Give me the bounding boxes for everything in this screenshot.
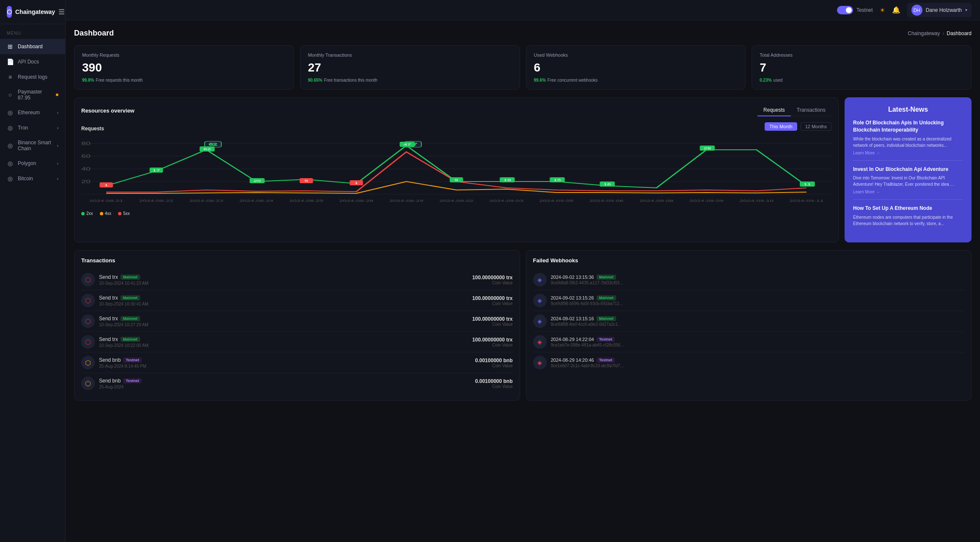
legend-label-4xx: 4xx — [105, 211, 112, 216]
tab-transactions[interactable]: Transactions — [791, 105, 831, 116]
sidebar-item-request-logs[interactable]: ≡ Request logs — [0, 69, 65, 85]
bottom-grid: Transactions ⬡ Send trx Mainnet 10-Sep-2… — [74, 250, 972, 401]
svg-text:17: 17 — [153, 168, 160, 172]
sidebar-label-api-docs: API Docs — [18, 59, 58, 65]
tab-requests[interactable]: Requests — [757, 105, 791, 116]
svg-text:40: 40 — [81, 167, 91, 171]
stat-pct-3: 0.23% — [760, 78, 771, 83]
sidebar-label-binance: Binance Smart Chain — [18, 140, 53, 151]
testnet-toggle[interactable] — [837, 6, 853, 14]
tx-label-1: Send trx Mainnet — [99, 295, 149, 301]
legend-4xx: 4xx — [100, 211, 112, 216]
sidebar-item-bitcoin[interactable]: ◎ Bitcoin › — [0, 171, 65, 186]
stat-text-1: Free transactions this month — [324, 78, 377, 83]
webhook-info-3: 2024-08-29 14:22:04 Testnet 9ce1eb7e-098… — [551, 337, 965, 347]
news-learn-more-1[interactable]: Learn More → — [853, 190, 963, 194]
breadcrumb: Chaingateway › Dashboard — [908, 30, 972, 36]
resources-header: Resources overview Requests Transactions — [81, 105, 831, 116]
sidebar-icon-tron: ◎ — [7, 124, 14, 131]
sidebar-logo: ⬡ Chaingateway ☰ — [0, 0, 65, 24]
news-learn-more-0[interactable]: Learn More → — [853, 151, 963, 155]
tx-left-5: ⬡ Send bnb Testnet 25-Aug-2024 — [81, 377, 142, 390]
stat-card-2: Used Webhooks 6 99.6% Free concurrent we… — [526, 45, 746, 90]
logo-icon: ⬡ — [7, 6, 12, 18]
sidebar-icon-dashboard: ⊞ — [7, 43, 14, 50]
webhook-info-0: 2024-09-02 13:15:36 Mainnet 9ce9dfa8-5fb… — [551, 275, 965, 285]
news-item-text-1: Dive into Tomorrow: Invest in Our Blockc… — [853, 175, 963, 187]
transactions-title: Transactions — [81, 257, 513, 264]
news-item-title-2: How To Set Up A Ethereum Node — [853, 205, 963, 212]
news-item-2: How To Set Up A Ethereum Node Ethereum n… — [853, 205, 963, 234]
tx-coin-icon-3: ⬡ — [81, 335, 95, 349]
svg-text:2024-08-24: 2024-08-24 — [239, 199, 273, 203]
table-row: ⬡ Send trx Mainnet 10-Sep-2024 10:22:00 … — [81, 332, 513, 352]
hamburger-icon[interactable]: ☰ — [58, 8, 64, 16]
breadcrumb-parent[interactable]: Chaingateway — [908, 30, 940, 36]
sidebar-label-polygon: Polygon — [18, 160, 53, 166]
period-12-months[interactable]: 12 Months — [801, 122, 831, 131]
table-row: ⬡ Send trx Mainnet 10-Sep-2024 10:41:23 … — [81, 270, 513, 290]
tx-amount-4: 0.00100000 bnb — [475, 358, 513, 363]
tx-left-3: ⬡ Send trx Mainnet 10-Sep-2024 10:22:00 … — [81, 335, 149, 349]
webhook-badge-4: Testnet — [597, 358, 615, 363]
tx-badge-4: Testnet — [123, 358, 141, 363]
breadcrumb-separator: › — [942, 30, 944, 36]
chart-section-label: Requests — [81, 126, 104, 132]
sidebar-label-bitcoin: Bitcoin — [18, 176, 53, 182]
webhook-icon-4: ◈ — [533, 356, 547, 369]
sidebar-icon-binance: ◎ — [7, 142, 14, 149]
news-item-text-0: While the blockchain was created as a de… — [853, 136, 963, 149]
news-card: Latest-News Role Of Blockchain Apis In U… — [845, 97, 972, 242]
svg-text:2024-09-11: 2024-09-11 — [790, 199, 824, 203]
tx-amount-3: 100.00000000 trx — [472, 337, 512, 343]
legend-label-5xx: 5xx — [123, 211, 130, 216]
sidebar-label-request-logs: Request logs — [18, 74, 58, 80]
theme-toggle-icon[interactable]: ☀ — [880, 7, 885, 14]
svg-text:11: 11 — [804, 182, 811, 186]
svg-text:2024-08-29: 2024-08-29 — [389, 199, 424, 203]
tx-badge-0: Mainnet — [121, 275, 140, 280]
sidebar-item-api-docs[interactable]: 📄 API Docs — [0, 54, 65, 69]
tx-label-3: Send trx Mainnet — [99, 336, 149, 342]
sidebar-item-ethereum[interactable]: ◎ Ethereum › — [0, 105, 65, 120]
tx-label-0: Send trx Mainnet — [99, 274, 149, 280]
legend-dot-4xx — [100, 212, 103, 215]
tx-label-4: Send bnb Testnet — [99, 357, 146, 363]
user-menu[interactable]: DH Dane Holzwarth ▾ — [907, 3, 972, 17]
period-this-month[interactable]: This Month — [765, 122, 797, 131]
menu-label: Menu — [0, 24, 65, 39]
news-item-title-0: Role Of Blockchain Apis In Unlocking Blo… — [853, 119, 963, 134]
toggle-label: Testnet — [856, 7, 873, 13]
tx-coin-icon-1: ⬡ — [81, 294, 95, 307]
tx-label-2: Send trx Mainnet — [99, 316, 149, 322]
user-name: Dane Holzwarth — [926, 7, 962, 13]
webhook-icon-2: ◈ — [533, 314, 547, 328]
sidebar-item-binance[interactable]: ◎ Binance Smart Chain › — [0, 135, 65, 156]
legend-dot-2xx — [81, 212, 85, 215]
list-item: ◈ 2024-09-02 13:15:16 Mainnet 9ce9df88-f… — [533, 311, 965, 332]
webhook-info-4: 2024-08-29 14:20:46 Testnet 9ce1eb07-2c1… — [551, 358, 965, 368]
list-item: ◈ 2024-09-02 13:15:36 Mainnet 9ce9dfa8-5… — [533, 270, 965, 290]
sidebar-item-paymaster[interactable]: ○ Paymaster 87.95 — [0, 85, 65, 105]
sidebar-item-dashboard[interactable]: ⊞ Dashboard — [0, 39, 65, 54]
chevron-right-icon: › — [57, 176, 58, 181]
stat-sparkline-3 — [919, 55, 965, 80]
webhook-info-2: 2024-09-02 13:15:16 Mainnet 9ce9df88-fee… — [551, 316, 965, 327]
sidebar: ⬡ Chaingateway ☰ Menu ⊞ Dashboard 📄 API … — [0, 0, 66, 542]
tx-date-1: 10-Sep-2024 10:30:41 AM — [99, 302, 149, 306]
svg-text:62: 62 — [209, 142, 217, 146]
stat-sparkline-1 — [467, 55, 514, 80]
stat-card-0: Monthly Requests 390 99.8% Free requests… — [74, 45, 294, 90]
webhook-time-1: 2024-09-02 13:15:26 Mainnet — [551, 295, 965, 300]
stat-pct-1: 90.65% — [308, 78, 322, 83]
page-title: Dashboard — [74, 29, 114, 38]
sidebar-item-tron[interactable]: ◎ Tron › — [0, 120, 65, 135]
webhook-hash-0: 9ce9dfa8-5fb2-4435-a117-7bf33cf03... — [551, 281, 965, 285]
tx-right-5: 0.00100000 bnb Coin Value — [475, 378, 513, 389]
notification-bell-icon[interactable]: 🔔 — [892, 6, 900, 14]
list-item: ◈ 2024-09-02 13:15:26 Mainnet 9ce9df98-b… — [533, 290, 965, 311]
svg-text:2024-09-09: 2024-09-09 — [689, 199, 724, 203]
news-item-0: Role Of Blockchain Apis In Unlocking Blo… — [853, 119, 963, 161]
sidebar-item-polygon[interactable]: ◎ Polygon › — [0, 156, 65, 171]
sidebar-icon-api-docs: 📄 — [7, 58, 14, 65]
